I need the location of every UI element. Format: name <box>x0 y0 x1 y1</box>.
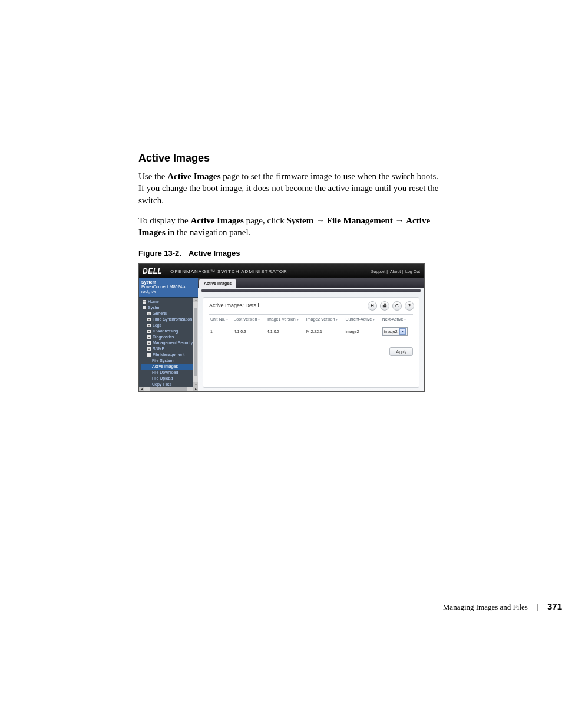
sort-icon: ▾ <box>373 318 375 321</box>
expand-icon[interactable]: + <box>147 335 151 339</box>
sort-icon: ▾ <box>297 318 299 321</box>
col-next-active[interactable]: Next-Active▾ <box>381 315 413 324</box>
active-images-table: Unit No.▾ Boot Version▾ Image1 Version▾ … <box>209 314 413 339</box>
tree-item-ip-addressing[interactable]: +IP Addressing <box>141 328 198 334</box>
nav-system: System <box>286 216 313 225</box>
col-current-active[interactable]: Current-Active▾ <box>344 315 381 324</box>
nav-tree: ═Home−System+General+Time Synchronizatio… <box>139 298 198 387</box>
tree-item-label: File Upload <box>152 375 173 381</box>
sidebar-device: PowerConnect M8024-k <box>141 285 196 289</box>
figure-caption: Figure 13-2.Active Images <box>138 249 439 258</box>
cell-next: image2 ▾ <box>381 324 413 340</box>
tab-stripe <box>201 289 421 292</box>
tree-item-active-images[interactable]: Active Images <box>141 364 198 370</box>
vertical-scrollbar[interactable]: ▴ ▾ <box>193 298 198 387</box>
top-links: Support| About| Log Out <box>371 269 421 274</box>
text: To display the <box>138 216 191 225</box>
sidebar-user: root, r/w <box>141 289 196 294</box>
app-title: OPENMANAGE™ SWITCH ADMINISTRATOR <box>170 269 370 274</box>
divider: | <box>402 269 403 274</box>
expand-icon[interactable]: + <box>147 330 151 333</box>
expand-icon[interactable]: + <box>147 347 151 351</box>
arrow: → <box>313 216 327 225</box>
expand-icon[interactable]: + <box>147 324 151 327</box>
expand-icon[interactable]: + <box>147 341 151 345</box>
text: Use the <box>138 172 167 181</box>
tree-item-file-upload[interactable]: File Upload <box>141 375 198 381</box>
dell-logo: DELL <box>143 267 162 275</box>
sort-icon: ▾ <box>258 318 260 321</box>
expand-icon[interactable]: + <box>147 318 151 321</box>
cell-boot: 4.1.0.3 <box>233 324 266 340</box>
link-logout[interactable]: Log Out <box>405 269 420 274</box>
tab-active-images[interactable]: Active Images <box>199 279 236 288</box>
tree-item-label: Active Images <box>152 364 178 370</box>
tree-item-copy-files[interactable]: Copy Files <box>141 381 198 387</box>
apply-button[interactable]: Apply <box>389 347 413 356</box>
footer-chapter: Managing Images and Files <box>443 602 528 611</box>
app-titlebar: DELL OPENMANAGE™ SWITCH ADMINISTRATOR Su… <box>139 264 424 278</box>
scroll-right-icon[interactable]: ▸ <box>193 387 198 391</box>
collapse-icon[interactable]: ═ <box>143 300 146 304</box>
divider: | <box>386 269 388 274</box>
col-image1-version[interactable]: Image1 Version▾ <box>266 315 305 324</box>
paragraph-1: Use the Active Images page to set the fi… <box>138 170 439 206</box>
tree-item-system[interactable]: −System <box>141 305 198 311</box>
table-header-row: Unit No.▾ Boot Version▾ Image1 Version▾ … <box>209 315 413 324</box>
collapse-icon[interactable]: − <box>143 306 146 309</box>
scroll-down-icon[interactable]: ▾ <box>193 382 198 387</box>
page-footer: Managing Images and Files | 371 <box>0 601 562 612</box>
tree-item-logs[interactable]: +Logs <box>141 322 198 328</box>
text: page, click <box>244 216 286 225</box>
term-active-images: Active Images <box>167 172 220 181</box>
tree-item-time-synchronization[interactable]: +Time Synchronization <box>141 317 198 322</box>
tree-item-diagnostics[interactable]: +Diagnostics <box>141 334 198 340</box>
sidebar-system-label: System <box>141 280 196 285</box>
page-number: 371 <box>547 601 562 611</box>
tree-item-file-system[interactable]: File System <box>141 358 198 364</box>
horizontal-scrollbar[interactable]: ◂ ▸ <box>139 387 198 391</box>
tree-item-snmp[interactable]: +SNMP <box>141 346 198 352</box>
scroll-thumb[interactable] <box>194 308 197 376</box>
tree-item-management-security[interactable]: +Management Security <box>141 340 198 346</box>
tree-item-file-download[interactable]: File Download <box>141 370 198 375</box>
document-page: Active Images Use the Active Images page… <box>0 0 562 728</box>
tree-item-label: Diagnostics <box>153 334 174 340</box>
tree-item-label: File Download <box>152 370 178 375</box>
scroll-thumb[interactable] <box>150 387 187 391</box>
sort-icon: ▾ <box>336 318 338 321</box>
main-area: Active Images Active Images: Detail H 🖶 … <box>198 278 424 391</box>
tree-item-label: Copy Files <box>152 381 171 387</box>
tree-item-label: SNMP <box>153 346 164 352</box>
tree-item-home[interactable]: ═Home <box>141 299 198 305</box>
collapse-icon[interactable]: − <box>147 353 151 357</box>
help-icon[interactable]: ? <box>405 301 414 311</box>
tab-row: Active Images <box>198 278 424 288</box>
refresh-icon[interactable]: C <box>392 301 402 311</box>
tree-item-label: IP Addressing <box>153 328 178 334</box>
col-boot-version[interactable]: Boot Version▾ <box>233 315 266 324</box>
cell-unit: 1 <box>209 324 233 340</box>
paragraph-2: To display the Active Images page, click… <box>138 215 439 239</box>
select-value: image2 <box>384 330 398 334</box>
expand-icon[interactable]: + <box>147 312 151 315</box>
footer-divider: | <box>537 602 538 611</box>
next-active-select[interactable]: image2 ▾ <box>382 327 408 336</box>
sidebar: System PowerConnect M8024-k root, r/w ═H… <box>139 278 198 391</box>
link-support[interactable]: Support <box>371 269 386 274</box>
scroll-left-icon[interactable]: ◂ <box>139 387 144 391</box>
col-unit[interactable]: Unit No.▾ <box>209 315 233 324</box>
nav-file-management: File Management <box>327 216 393 225</box>
link-about[interactable]: About <box>390 269 401 274</box>
print-icon[interactable]: 🖶 <box>380 301 389 311</box>
tree-item-file-management[interactable]: −File Management <box>141 352 198 358</box>
term-active-images: Active Images <box>191 216 244 225</box>
save-icon[interactable]: H <box>368 301 377 311</box>
cell-img1: 4.1.0.3 <box>266 324 305 340</box>
tree-item-label: Time Synchronization <box>153 317 192 322</box>
chevron-down-icon[interactable]: ▾ <box>399 328 406 335</box>
col-image2-version[interactable]: Image2 Version▾ <box>305 315 345 324</box>
scroll-up-icon[interactable]: ▴ <box>193 298 198 302</box>
nav-tree-container: ═Home−System+General+Time Synchronizatio… <box>139 298 198 387</box>
tree-item-general[interactable]: +General <box>141 311 198 317</box>
